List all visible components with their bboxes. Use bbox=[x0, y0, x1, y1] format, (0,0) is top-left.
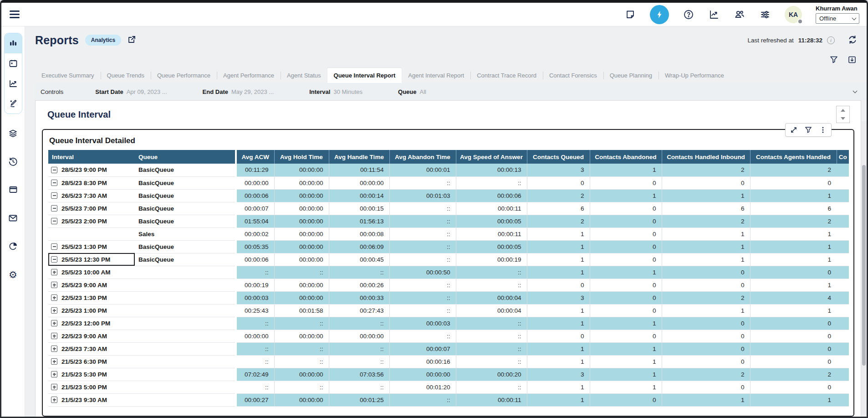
control-field-start-date[interactable]: Start DateApr 09, 2023 ... bbox=[95, 88, 167, 95]
interval-cell[interactable]: 26/5/23 7:30 AM bbox=[48, 189, 135, 202]
sidebar-item-mail[interactable] bbox=[4, 209, 22, 227]
sidebar-item-pie-chart[interactable] bbox=[4, 237, 22, 255]
expand-row-icon[interactable] bbox=[51, 320, 57, 326]
interval-cell[interactable]: 21/5/23 5:00 PM bbox=[48, 381, 135, 393]
column-header-co[interactable]: Co bbox=[837, 150, 849, 164]
expand-row-icon[interactable] bbox=[51, 294, 57, 301]
external-link-icon[interactable] bbox=[128, 35, 136, 46]
tab-executive-summary[interactable]: Executive Summary bbox=[35, 68, 101, 83]
interval-cell[interactable]: 22/5/23 1:30 PM bbox=[48, 291, 135, 304]
expand-row-icon[interactable] bbox=[51, 346, 57, 352]
filter-icon[interactable] bbox=[829, 55, 838, 64]
sidebar-item-line-chart[interactable] bbox=[4, 73, 22, 93]
collapse-row-icon[interactable] bbox=[51, 180, 57, 186]
refresh-icon[interactable] bbox=[848, 35, 858, 46]
menu-icon[interactable] bbox=[10, 9, 21, 20]
expand-row-icon[interactable] bbox=[51, 282, 57, 288]
interval-cell[interactable]: 22/5/23 7:30 AM bbox=[48, 342, 135, 355]
sidebar-item-bar-chart[interactable] bbox=[4, 33, 22, 53]
scroll-up-icon[interactable] bbox=[837, 106, 849, 114]
sidebar-item-window[interactable] bbox=[4, 181, 22, 199]
interval-cell[interactable]: 22/5/23 9:00 AM bbox=[48, 330, 135, 342]
column-header-avg-acw[interactable]: Avg ACW bbox=[236, 150, 274, 164]
scroll-stepper[interactable] bbox=[836, 106, 850, 123]
column-header-interval[interactable]: Interval bbox=[48, 150, 135, 164]
interval-cell[interactable]: 28/5/23 9:00 PM bbox=[48, 164, 135, 176]
download-icon[interactable] bbox=[848, 55, 857, 64]
interval-cell[interactable]: 28/5/23 8:30 PM bbox=[48, 176, 135, 189]
interval-cell[interactable]: 25/5/23 7:00 PM bbox=[48, 202, 135, 215]
column-header-queue[interactable]: Queue bbox=[135, 150, 236, 164]
tab-queue-planning[interactable]: Queue Planning bbox=[603, 68, 659, 83]
collapse-row-icon[interactable] bbox=[51, 218, 57, 224]
sidebar-item-layers[interactable] bbox=[4, 124, 22, 142]
interval-cell[interactable]: 25/5/23 1:30 PM bbox=[48, 240, 135, 253]
column-header-contacts-handled-inbound[interactable]: Contacts Handled Inbound bbox=[662, 150, 750, 164]
tab-queue-trends[interactable]: Queue Trends bbox=[101, 68, 151, 83]
expand-row-icon[interactable] bbox=[51, 307, 57, 314]
scrollbar-thumb[interactable] bbox=[862, 165, 866, 366]
expand-row-icon[interactable] bbox=[51, 384, 57, 390]
avatar[interactable]: KA bbox=[785, 6, 802, 23]
tab-contact-forensics[interactable]: Contact Forensics bbox=[543, 68, 603, 83]
controls-chevron-down-icon[interactable] bbox=[853, 89, 858, 93]
calendar-icon bbox=[9, 59, 18, 68]
card-filter-icon[interactable] bbox=[804, 126, 812, 134]
control-field-interval[interactable]: Interval30 Minutes bbox=[309, 88, 363, 95]
interval-cell[interactable]: 22/5/23 1:00 PM bbox=[48, 304, 135, 317]
vertical-scrollbar[interactable] bbox=[861, 121, 867, 417]
column-header-avg-handle-time[interactable]: Avg Handle Time bbox=[329, 150, 389, 164]
control-field-queue[interactable]: QueueAll bbox=[398, 88, 426, 95]
collapse-row-icon[interactable] bbox=[51, 243, 57, 250]
collapse-row-icon[interactable] bbox=[51, 205, 57, 212]
interval-cell[interactable]: 25/5/23 10:00 AM bbox=[48, 266, 135, 279]
expand-row-icon[interactable] bbox=[51, 333, 57, 339]
interval-cell[interactable]: 25/5/23 2:00 PM bbox=[48, 215, 135, 227]
column-header-contacts-abandoned[interactable]: Contacts Abandoned bbox=[590, 150, 662, 164]
value-cell: 00:00:00 bbox=[389, 368, 456, 381]
sidebar-item-calendar[interactable] bbox=[4, 53, 22, 73]
interval-label: 28/5/23 8:30 PM bbox=[61, 180, 107, 186]
tab-agent-interval-report[interactable]: Agent Interval Report bbox=[402, 68, 470, 83]
interval-cell[interactable]: 22/5/23 12:00 PM bbox=[48, 317, 135, 330]
expand-row-icon[interactable] bbox=[51, 269, 57, 275]
help-icon[interactable] bbox=[683, 9, 694, 21]
expand-row-icon[interactable] bbox=[51, 371, 57, 377]
tab-wrap-up-performance[interactable]: Wrap-Up Performance bbox=[659, 68, 730, 83]
info-icon[interactable]: i bbox=[827, 36, 835, 44]
tab-queue-performance[interactable]: Queue Performance bbox=[151, 68, 217, 83]
column-header-avg-abandon-time[interactable]: Avg Abandon Time bbox=[389, 150, 456, 164]
interval-cell[interactable]: 21/5/23 6:30 PM bbox=[48, 355, 135, 368]
collapse-row-icon[interactable] bbox=[51, 192, 57, 199]
interval-cell[interactable]: 25/5/23 12:30 PM bbox=[48, 253, 135, 266]
column-header-avg-hold-time[interactable]: Avg Hold Time bbox=[274, 150, 329, 164]
more-options-icon[interactable] bbox=[819, 126, 827, 134]
column-header-avg-speed-of-answer[interactable]: Avg Speed of Answer bbox=[456, 150, 527, 164]
scroll-down-icon[interactable] bbox=[837, 114, 849, 123]
collapse-row-icon[interactable] bbox=[51, 256, 57, 263]
expand-row-icon[interactable] bbox=[51, 397, 57, 403]
column-header-contacts-queued[interactable]: Contacts Queued bbox=[527, 150, 590, 164]
sidebar-item-settings[interactable]: ⚙ bbox=[4, 265, 22, 284]
tab-agent-performance[interactable]: Agent Performance bbox=[217, 68, 281, 83]
column-header-contacts-agents-handled[interactable]: Contacts Agents Handled bbox=[750, 150, 837, 164]
tab-agent-status[interactable]: Agent Status bbox=[281, 68, 327, 83]
interval-cell[interactable]: 21/5/23 5:30 PM bbox=[48, 368, 135, 381]
metrics-icon[interactable] bbox=[708, 9, 720, 21]
tab-contract-trace-record[interactable]: Contract Trace Record bbox=[470, 68, 543, 83]
control-field-end-date[interactable]: End DateMay 29, 2023 ... bbox=[203, 88, 274, 95]
status-dropdown[interactable]: Offline bbox=[816, 13, 859, 24]
interval-cell[interactable] bbox=[48, 227, 135, 240]
settings-sliders-icon[interactable] bbox=[759, 9, 771, 21]
interval-cell[interactable]: 21/5/23 9:30 AM bbox=[48, 393, 135, 406]
sidebar-item-design[interactable] bbox=[4, 93, 22, 114]
sidebar-item-history[interactable] bbox=[4, 152, 22, 170]
tab-queue-interval-report[interactable]: Queue Interval Report bbox=[327, 68, 402, 83]
interval-cell[interactable]: 25/5/23 9:00 AM bbox=[48, 279, 135, 291]
realtime-bolt-icon[interactable] bbox=[650, 5, 669, 24]
notes-icon[interactable] bbox=[624, 9, 636, 21]
collapse-row-icon[interactable] bbox=[51, 167, 57, 173]
users-icon[interactable] bbox=[734, 9, 745, 21]
expand-icon[interactable] bbox=[790, 126, 798, 134]
expand-row-icon[interactable] bbox=[51, 358, 57, 365]
